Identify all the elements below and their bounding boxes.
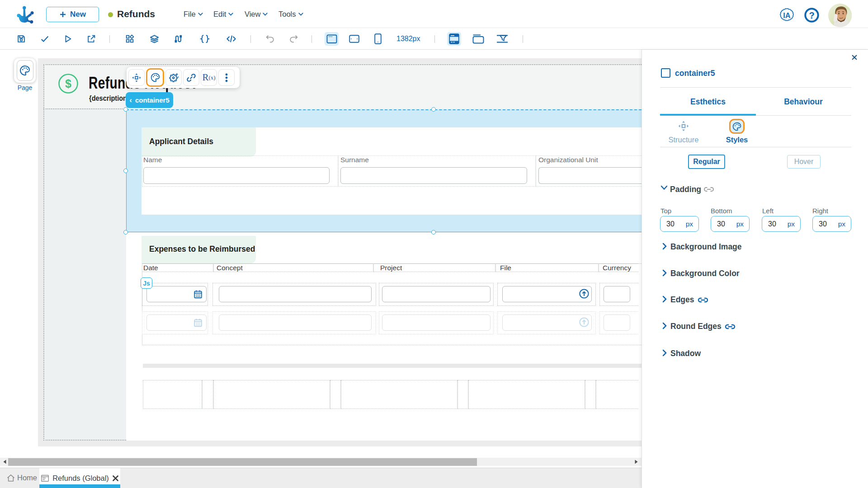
svg-text:?: ? [809, 10, 814, 20]
svg-text:$: $ [65, 77, 71, 90]
svg-text:IA: IA [783, 11, 791, 19]
